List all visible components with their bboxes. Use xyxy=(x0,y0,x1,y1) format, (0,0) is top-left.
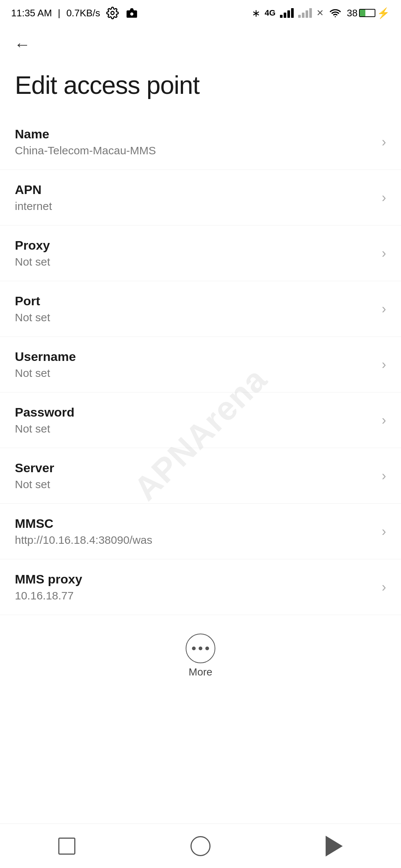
battery-indicator: 38 ⚡ xyxy=(347,7,390,19)
settings-item-server[interactable]: Server Not set › xyxy=(0,448,401,504)
settings-list: Name China-Telecom-Macau-MMS › APN inter… xyxy=(0,114,401,615)
battery-percent: 38 xyxy=(347,7,358,19)
chevron-right-name: › xyxy=(382,134,386,150)
settings-label-port: Port xyxy=(15,294,374,308)
chevron-right-apn: › xyxy=(382,190,386,206)
settings-item-server-content: Server Not set xyxy=(15,461,374,491)
settings-item-password[interactable]: Password Not set › xyxy=(0,392,401,448)
settings-label-mms-proxy: MMS proxy xyxy=(15,572,374,586)
settings-item-mms-proxy-content: MMS proxy 10.16.18.77 xyxy=(15,572,374,602)
settings-value-port: Not set xyxy=(15,311,374,324)
chevron-right-password: › xyxy=(382,412,386,428)
settings-item-mmsc-content: MMSC http://10.16.18.4:38090/was xyxy=(15,516,374,546)
no-signal-icon: ✕ xyxy=(316,8,324,18)
settings-value-server: Not set xyxy=(15,478,374,491)
settings-label-password: Password xyxy=(15,405,374,420)
settings-value-mmsc: http://10.16.18.4:38090/was xyxy=(15,534,374,546)
settings-item-port-content: Port Not set xyxy=(15,294,374,324)
bottom-nav xyxy=(0,823,401,868)
settings-item-proxy[interactable]: Proxy Not set › xyxy=(0,226,401,281)
nav-home-button[interactable] xyxy=(186,831,215,861)
speed-display: | xyxy=(58,7,61,19)
settings-value-username: Not set xyxy=(15,367,374,379)
top-nav: ← xyxy=(0,26,401,59)
settings-value-mms-proxy: 10.16.18.77 xyxy=(15,589,374,602)
settings-value-name: China-Telecom-Macau-MMS xyxy=(15,144,374,157)
settings-item-password-content: Password Not set xyxy=(15,405,374,435)
page-title: Edit access point xyxy=(0,59,401,114)
more-section: More xyxy=(0,615,401,693)
network-speed: 0.7KB/s xyxy=(66,7,100,19)
settings-value-proxy: Not set xyxy=(15,256,374,268)
back-button[interactable]: ← xyxy=(11,33,33,56)
battery-box xyxy=(359,9,375,17)
settings-item-apn[interactable]: APN internet › xyxy=(0,170,401,226)
more-dot-2 xyxy=(199,647,202,650)
settings-item-proxy-content: Proxy Not set xyxy=(15,238,374,268)
settings-item-name-content: Name China-Telecom-Macau-MMS xyxy=(15,127,374,157)
settings-label-apn: APN xyxy=(15,183,374,197)
svg-point-3 xyxy=(130,13,133,16)
settings-item-name[interactable]: Name China-Telecom-Macau-MMS › xyxy=(0,114,401,170)
battery-fill xyxy=(360,10,365,16)
settings-value-apn: internet xyxy=(15,200,374,213)
home-icon xyxy=(190,836,211,856)
settings-value-password: Not set xyxy=(15,423,374,435)
nav-back-button[interactable] xyxy=(319,831,349,861)
time-display: 11:35 AM xyxy=(11,7,52,19)
status-left: 11:35 AM | 0.7KB/s xyxy=(11,7,139,19)
recent-apps-icon xyxy=(58,838,75,855)
more-dots-icon xyxy=(192,647,209,650)
bluetooth-icon: ∗ xyxy=(252,7,260,19)
chevron-right-port: › xyxy=(382,301,386,317)
more-label: More xyxy=(189,666,212,678)
more-dot-3 xyxy=(205,647,209,650)
back-nav-icon xyxy=(326,836,343,857)
network-type-badge: 4G xyxy=(265,9,276,17)
camera-icon xyxy=(125,7,139,19)
settings-item-username-content: Username Not set xyxy=(15,349,374,379)
chevron-right-server: › xyxy=(382,468,386,484)
back-arrow-icon: ← xyxy=(14,36,30,53)
signal-bars-2 xyxy=(298,8,312,18)
chevron-right-mms-proxy: › xyxy=(382,579,386,595)
settings-label-mmsc: MMSC xyxy=(15,516,374,531)
settings-label-name: Name xyxy=(15,127,374,141)
status-right: ∗ 4G ✕ 38 xyxy=(252,7,390,19)
svg-point-0 xyxy=(111,11,114,15)
wifi-icon xyxy=(328,7,342,19)
settings-item-mms-proxy[interactable]: MMS proxy 10.16.18.77 › xyxy=(0,559,401,615)
chevron-right-proxy: › xyxy=(382,246,386,261)
chevron-right-username: › xyxy=(382,357,386,372)
settings-label-proxy: Proxy xyxy=(15,238,374,253)
settings-label-server: Server xyxy=(15,461,374,475)
chevron-right-mmsc: › xyxy=(382,524,386,539)
more-dot-1 xyxy=(192,647,196,650)
settings-label-username: Username xyxy=(15,349,374,364)
settings-item-apn-content: APN internet xyxy=(15,183,374,213)
nav-recent-button[interactable] xyxy=(52,831,82,861)
more-button[interactable]: More xyxy=(175,630,226,682)
more-circle-icon xyxy=(186,634,215,663)
settings-icon xyxy=(106,7,119,19)
settings-item-mmsc[interactable]: MMSC http://10.16.18.4:38090/was › xyxy=(0,504,401,559)
signal-bars-1 xyxy=(280,8,294,18)
settings-item-username[interactable]: Username Not set › xyxy=(0,337,401,392)
settings-item-port[interactable]: Port Not set › xyxy=(0,281,401,337)
charging-icon: ⚡ xyxy=(377,7,390,19)
svg-marker-2 xyxy=(130,8,134,10)
status-bar: 11:35 AM | 0.7KB/s ∗ 4G xyxy=(0,0,401,26)
